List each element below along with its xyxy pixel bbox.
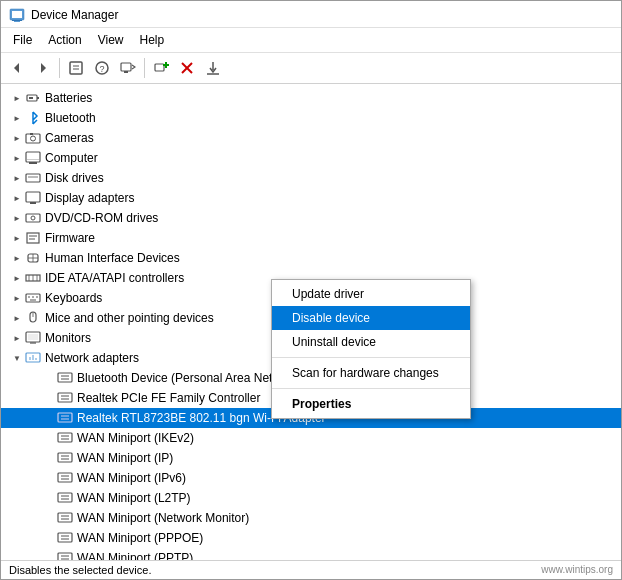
toolbar-forward[interactable] [31,56,55,80]
svg-rect-4 [70,62,82,74]
toolbar-download[interactable] [201,56,225,80]
watermark: www.wintips.org [541,564,613,575]
ctx-item-properties[interactable]: Properties [272,392,470,416]
item-icon-cameras [25,130,41,146]
item-label-display-adapters: Display adapters [45,191,134,205]
tree-item-firmware[interactable]: ►Firmware [1,228,621,248]
expand-icon[interactable]: ► [9,110,25,126]
svg-rect-20 [26,134,40,143]
item-label-wan-pppoe: WAN Miniport (PPPOE) [77,531,203,545]
svg-rect-10 [124,71,128,73]
item-label-batteries: Batteries [45,91,92,105]
svg-text:?: ? [99,64,104,74]
expand-icon[interactable]: ▼ [9,350,25,366]
tree-item-computer[interactable]: ►Computer [1,148,621,168]
svg-point-31 [31,216,35,220]
title-bar: Device Manager [1,1,621,28]
expand-icon[interactable]: ► [9,190,25,206]
tree-item-wan-l2tp[interactable]: WAN Miniport (L2TP) [1,488,621,508]
item-label-bt-pan: Bluetooth Device (Personal Area Network) [77,371,302,385]
expand-icon[interactable]: ► [9,210,25,226]
expand-icon[interactable]: ► [9,90,25,106]
item-icon-wan-ipv6 [57,470,73,486]
item-label-human-interface: Human Interface Devices [45,251,180,265]
tree-item-wan-ikev2[interactable]: WAN Miniport (IKEv2) [1,428,621,448]
expand-icon[interactable]: ► [9,270,25,286]
expand-icon[interactable]: ► [9,250,25,266]
menu-file[interactable]: File [5,30,40,50]
svg-rect-1 [12,11,22,18]
tree-item-human-interface[interactable]: ►Human Interface Devices [1,248,621,268]
toolbar-properties[interactable] [64,56,88,80]
item-icon-computer [25,150,41,166]
item-icon-network-adapters [25,350,41,366]
svg-rect-3 [12,20,22,21]
item-icon-human-interface [25,250,41,266]
item-icon-batteries [25,90,41,106]
toolbar-back[interactable] [5,56,29,80]
expand-icon[interactable]: ► [9,150,25,166]
svg-rect-24 [29,162,37,164]
expand-icon[interactable]: ► [9,170,25,186]
title-bar-text: Device Manager [31,8,118,22]
menu-view[interactable]: View [90,30,132,50]
svg-rect-11 [155,64,164,71]
expand-icon[interactable]: ► [9,290,25,306]
item-label-realtek-fe: Realtek PCIe FE Family Controller [77,391,260,405]
item-icon-bt-pan [57,370,73,386]
tree-item-cameras[interactable]: ►Cameras [1,128,621,148]
toolbar-add[interactable] [149,56,173,80]
status-bar: Disables the selected device. www.wintip… [1,560,621,579]
item-icon-wan-ip [57,450,73,466]
menu-action[interactable]: Action [40,30,89,50]
svg-rect-62 [58,413,72,422]
tree-item-display-adapters[interactable]: ►Display adapters [1,188,621,208]
item-icon-display-adapters [25,190,41,206]
item-label-wan-l2tp: WAN Miniport (L2TP) [77,491,191,505]
item-icon-wan-ikev2 [57,430,73,446]
ctx-item-disable-device[interactable]: Disable device [272,306,470,330]
ctx-item-update-driver[interactable]: Update driver [272,282,470,306]
expand-icon[interactable]: ► [9,130,25,146]
tree-item-disk-drives[interactable]: ►Disk drives [1,168,621,188]
expand-icon[interactable]: ► [9,310,25,326]
item-icon-wan-pptp [57,550,73,560]
tree-item-wan-ip[interactable]: WAN Miniport (IP) [1,448,621,468]
svg-rect-18 [37,97,39,99]
toolbar-remove[interactable] [175,56,199,80]
tree-item-wan-ipv6[interactable]: WAN Miniport (IPv6) [1,468,621,488]
item-label-disk-drives: Disk drives [45,171,104,185]
item-icon-disk-drives [25,170,41,186]
svg-rect-74 [58,493,72,502]
expand-icon[interactable]: ► [9,330,25,346]
item-label-monitors: Monitors [45,331,91,345]
item-label-computer: Computer [45,151,98,165]
ctx-item-scan-hardware[interactable]: Scan for hardware changes [272,361,470,385]
main-area: ►Batteries►Bluetooth►Cameras►Computer►Di… [1,84,621,560]
svg-rect-9 [121,63,131,71]
toolbar-scan[interactable] [116,56,140,80]
status-text: Disables the selected device. [9,564,151,576]
svg-point-21 [31,136,36,141]
tree-item-dvd-rom[interactable]: ►DVD/CD-ROM drives [1,208,621,228]
svg-rect-30 [26,214,40,222]
ctx-item-uninstall-device[interactable]: Uninstall device [272,330,470,354]
item-label-network-adapters: Network adapters [45,351,139,365]
item-label-wan-ip: WAN Miniport (IP) [77,451,173,465]
tree-item-wan-network-monitor[interactable]: WAN Miniport (Network Monitor) [1,508,621,528]
tree-item-bluetooth[interactable]: ►Bluetooth [1,108,621,128]
svg-rect-19 [29,97,33,99]
item-label-firmware: Firmware [45,231,95,245]
toolbar-update[interactable]: ? [90,56,114,80]
toolbar-sep-2 [144,58,145,78]
item-icon-realtek-wifi [57,410,73,426]
menu-help[interactable]: Help [132,30,173,50]
tree-item-batteries[interactable]: ►Batteries [1,88,621,108]
tree-item-wan-pptp[interactable]: WAN Miniport (PPTP) [1,548,621,560]
tree-item-wan-pppoe[interactable]: WAN Miniport (PPPOE) [1,528,621,548]
context-menu: Update driverDisable deviceUninstall dev… [271,279,471,419]
item-label-wan-network-monitor: WAN Miniport (Network Monitor) [77,511,249,525]
item-label-bluetooth: Bluetooth [45,111,96,125]
expand-icon[interactable]: ► [9,230,25,246]
item-label-ide-atapi: IDE ATA/ATAPI controllers [45,271,184,285]
